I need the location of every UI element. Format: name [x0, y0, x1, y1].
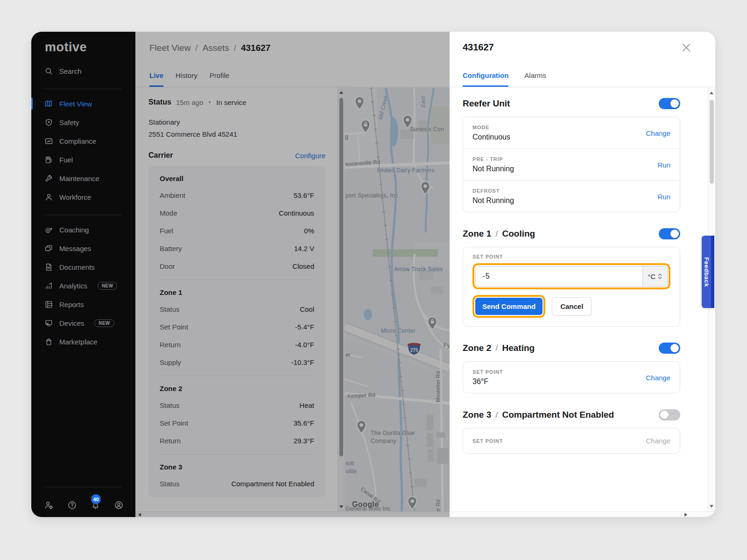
sidebar-item-maintenance[interactable]: Maintenance	[31, 169, 135, 188]
close-icon[interactable]	[682, 43, 691, 52]
config-row-action-change[interactable]: Change	[646, 129, 670, 137]
reefer-config-card: MODEContinuousChangePRE - TRIPNot Runnin…	[463, 117, 680, 212]
sidebar-item-documents[interactable]: Documents	[31, 258, 135, 276]
sidebar-item-messages[interactable]: Messages	[31, 239, 135, 258]
scroll-down-arrow[interactable]	[710, 505, 713, 508]
set-point-label: SET POINT	[472, 438, 646, 444]
telemetry-row: Set Point-5.4°F	[160, 318, 314, 336]
tab-profile[interactable]: Profile	[210, 71, 230, 87]
zone2-toggle[interactable]	[659, 343, 680, 354]
reefer-unit-heading: Reefer Unit	[463, 98, 510, 109]
map-label-ville: ville	[345, 468, 357, 475]
sidebar-item-label: Safety	[59, 119, 79, 126]
sidebar-item-label: Messages	[59, 245, 91, 252]
breadcrumb-assets[interactable]: Assets	[203, 43, 229, 53]
telemetry-row: Set Point35.6°F	[160, 414, 314, 432]
telemetry-label: Fuel	[160, 227, 173, 235]
sidebar-item-label: Maintenance	[59, 175, 99, 182]
tab-live[interactable]: Live	[149, 71, 163, 87]
config-row-label: PRE - TRIP	[472, 156, 657, 162]
zone1-toggle[interactable]	[659, 228, 680, 239]
feedback-label: Feedback	[703, 257, 710, 287]
sidebar-item-marketplace[interactable]: Marketplace	[31, 332, 135, 351]
cancel-button[interactable]: Cancel	[552, 297, 592, 315]
search-icon	[45, 67, 53, 75]
map-pin-lock[interactable]	[427, 316, 438, 330]
map-pin-dot[interactable]	[356, 420, 367, 434]
telemetry-row: Return29.3°F	[160, 432, 314, 449]
sidebar-item-fleet-view[interactable]: Fleet View	[31, 94, 135, 113]
map-label-et: et	[345, 352, 350, 357]
scroll-up-arrow[interactable]	[710, 91, 713, 94]
telemetry-row: ModeContinuous	[160, 204, 314, 222]
wrench-icon	[45, 175, 53, 182]
sidebar-item-compliance[interactable]: Compliance	[31, 132, 135, 150]
admin-settings-icon[interactable]	[44, 501, 53, 510]
scroll-up-arrow[interactable]	[339, 91, 343, 94]
set-point-value: 36°F	[472, 378, 646, 386]
telemetry-value: 29.3°F	[294, 437, 314, 445]
help-icon[interactable]	[68, 501, 77, 510]
map-label-east: East	[420, 96, 426, 107]
map-pin-lock[interactable]	[360, 119, 371, 133]
notifications-bell-icon[interactable]: 40	[91, 501, 100, 510]
setpoint-input[interactable]	[476, 266, 642, 286]
asset-config-panel: 431627 Configuration Alarms Reefer Unit …	[450, 32, 715, 511]
map-label-kemper-rd: Kemper Rd	[347, 392, 376, 399]
person-icon	[45, 193, 53, 201]
zone3-change-link: Change	[646, 437, 670, 445]
scroll-left-arrow[interactable]	[138, 513, 141, 517]
send-highlight-ring: Send Command	[472, 295, 545, 318]
sidebar-item-workforce[interactable]: Workforce	[31, 188, 135, 206]
zone3-toggle[interactable]	[659, 409, 680, 420]
reefer-unit-toggle[interactable]	[659, 98, 680, 109]
telemetry-label: Door	[160, 262, 175, 270]
tab-history[interactable]: History	[176, 71, 197, 87]
telemetry-value: -4.0°F	[295, 341, 314, 349]
account-avatar-icon[interactable]	[114, 501, 123, 510]
map-pin-dot[interactable]	[402, 115, 413, 129]
scrollbar-thumb[interactable]	[339, 98, 343, 456]
feedback-tab[interactable]: Feedback	[702, 236, 714, 308]
tab-alarms[interactable]: Alarms	[524, 71, 546, 87]
map-canvas[interactable]: Mill CreekEastSunesis Congescentville Rd…	[345, 88, 450, 511]
sidebar-item-coaching[interactable]: Coaching	[31, 220, 135, 239]
map-pin-dot[interactable]	[407, 496, 418, 510]
breadcrumb-asset-id: 431627	[241, 43, 270, 53]
map-pin-dot[interactable]	[420, 181, 431, 195]
divider	[45, 487, 122, 487]
nav-group-primary: Fleet ViewSafetyComplianceFuelMaintenanc…	[31, 94, 135, 206]
map-label-port-specialists-inc: port Specialists, Inc	[345, 192, 398, 199]
config-row-action-run[interactable]: Run	[657, 161, 670, 169]
zone2-change-link[interactable]: Change	[646, 374, 670, 382]
sidebar-item-safety[interactable]: Safety	[31, 113, 135, 132]
bag-icon	[45, 338, 53, 346]
tab-configuration[interactable]: Configuration	[463, 71, 508, 87]
scroll-down-arrow[interactable]	[339, 505, 343, 508]
whistle-icon	[45, 226, 53, 234]
scroll-right-arrow[interactable]	[684, 513, 687, 517]
sidebar-item-reports[interactable]: Reports	[31, 295, 135, 314]
telemetry-value: Continuous	[279, 209, 314, 217]
config-row-action-run[interactable]: Run	[657, 193, 670, 201]
send-command-button[interactable]: Send Command	[475, 298, 543, 315]
config-row-text: MODEContinuous	[472, 125, 646, 141]
telemetry-row: Ambient53.6°F	[160, 186, 314, 204]
horizontal-scrollbar[interactable]	[135, 511, 715, 517]
scrollbar-thumb[interactable]	[710, 100, 714, 184]
divider	[45, 215, 122, 215]
unit-selector[interactable]: °C	[642, 266, 667, 286]
map-pin-dot[interactable]	[354, 96, 365, 110]
sidebar-item-analytics[interactable]: AnalyticsNEW	[31, 276, 135, 295]
status-scrollbar[interactable]	[338, 88, 345, 511]
sidebar-search[interactable]: Search	[45, 67, 82, 75]
breadcrumb-fleet-view[interactable]: Fleet View	[149, 43, 190, 53]
config-row-label: DEFROST	[472, 188, 657, 194]
panel-header: 431627 Configuration Alarms	[450, 32, 715, 87]
telemetry-label: Status	[160, 401, 180, 409]
sidebar-item-devices[interactable]: DevicesNEW	[31, 314, 135, 332]
configure-link[interactable]: Configure	[295, 152, 325, 160]
sidebar-item-fuel[interactable]: Fuel	[31, 150, 135, 169]
telemetry-row: Supply-10.3°F	[160, 353, 314, 371]
map-label-sunesis-con: Sunesis Con	[410, 126, 444, 133]
